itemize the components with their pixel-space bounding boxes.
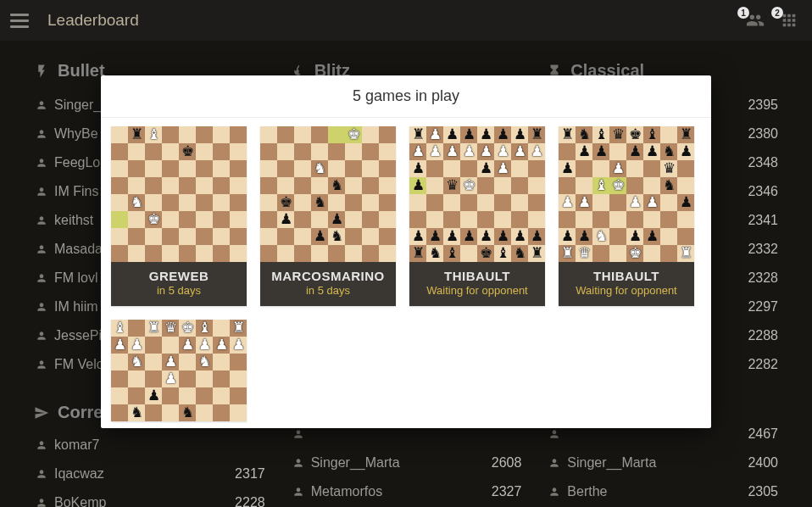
correspondence-label: Corre — [58, 403, 103, 422]
game-card-meta: MARCOSMARINOin 5 days — [260, 262, 396, 306]
modal-title: 5 games in play — [101, 75, 711, 118]
leaderboard-row[interactable]: Metamorfos2327 — [291, 477, 522, 506]
friends-icon[interactable]: 1 — [742, 10, 768, 31]
friends-badge: 1 — [737, 7, 749, 19]
player-rating: 2346 — [748, 184, 778, 199]
person-icon — [291, 457, 306, 469]
game-subtitle: in 5 days — [265, 285, 391, 298]
game-player-name: THIBAULT — [414, 269, 540, 283]
column-bullet-label: Bullet — [58, 61, 105, 81]
person-icon — [34, 359, 49, 370]
person-icon — [547, 428, 562, 440]
player-rating: 2380 — [748, 126, 778, 142]
player-name: Singer__Marta — [567, 455, 748, 471]
game-card-meta: THIBAULTWaiting for opponent — [559, 262, 694, 306]
person-icon — [34, 214, 49, 226]
person-icon — [34, 99, 49, 111]
person-icon — [34, 439, 49, 451]
game-card[interactable]: ♜♝♚♞♚GREWEBin 5 days — [111, 126, 247, 306]
challenge-badge: 2 — [771, 7, 783, 19]
game-subtitle: in 5 days — [116, 285, 242, 298]
player-rating: 2332 — [748, 242, 778, 257]
leaderboard-row[interactable]: Iqacwaz2317 — [34, 460, 265, 488]
person-icon — [291, 428, 306, 440]
person-icon — [34, 497, 49, 507]
page-title: Leaderboard — [47, 11, 139, 30]
games-in-play-modal: 5 games in play ♜♝♚♞♚GREWEBin 5 days♚♞♞♚… — [101, 75, 711, 428]
person-icon — [34, 243, 49, 255]
leaderboard-row[interactable]: komar7 — [34, 431, 265, 460]
chess-board: ♜♟♟♟♟♟♟♜♟♟♟♟♟♟♟♟♟♟♟♟♛♚♟♟♟♟♟♟♟♟♜♞♝♚♝♞♜ — [409, 126, 545, 262]
person-icon — [34, 468, 49, 480]
chess-board: ♝♜♛♚♝♜♟♟♟♟♟♟♞♟♞♟♟♞♞ — [111, 320, 247, 421]
player-name: Singer__Marta — [311, 455, 492, 471]
player-name: komar7 — [54, 437, 265, 453]
person-icon — [34, 330, 49, 342]
player-rating: 2395 — [748, 98, 778, 113]
game-player-name: MARCOSMARINO — [265, 269, 391, 283]
chess-board: ♜♝♚♞♚ — [111, 126, 247, 262]
player-rating: 2228 — [235, 495, 265, 507]
person-icon — [34, 157, 49, 169]
person-icon — [34, 301, 49, 313]
hamburger-menu-icon[interactable] — [10, 10, 31, 31]
game-card[interactable]: ♝♜♛♚♝♜♟♟♟♟♟♟♞♟♞♟♟♞♞ — [111, 320, 247, 421]
person-icon — [547, 457, 562, 469]
chess-board: ♚♞♞♚♞♟♟♟♞ — [260, 126, 396, 262]
player-rating: 2305 — [748, 484, 778, 499]
player-rating: 2288 — [748, 328, 778, 343]
player-rating: 2327 — [492, 484, 522, 499]
player-rating: 2467 — [748, 426, 778, 442]
player-rating: 2341 — [748, 213, 778, 228]
person-icon — [34, 186, 49, 198]
player-rating: 2297 — [748, 299, 778, 315]
game-subtitle: Waiting for opponent — [564, 285, 689, 298]
player-name: Metamorfos — [311, 484, 492, 499]
game-card[interactable]: ♜♞♝♛♚♝♜♟♟♟♟♞♟♟♟♛♝♚♞♟♟♟♟♟♟♟♞♟♟♜♛♚♜THIBAUL… — [559, 126, 694, 306]
leaderboard-row[interactable]: BoKemp2228 — [34, 488, 265, 507]
player-rating: 2328 — [748, 270, 778, 286]
leaderboard-row[interactable]: Singer__Marta2400 — [547, 448, 778, 477]
game-subtitle: Waiting for opponent — [414, 285, 540, 298]
person-icon — [34, 272, 49, 284]
leaderboard-row[interactable]: Berthe2305 — [547, 477, 778, 506]
game-card-meta: GREWEBin 5 days — [111, 262, 247, 306]
person-icon — [291, 486, 306, 498]
person-icon — [547, 486, 562, 498]
chess-board: ♜♞♝♛♚♝♜♟♟♟♟♞♟♟♟♛♝♚♞♟♟♟♟♟♟♟♞♟♟♜♛♚♜ — [559, 126, 694, 262]
player-name: Iqacwaz — [54, 466, 235, 482]
player-rating: 2317 — [235, 466, 265, 482]
bolt-icon — [34, 64, 49, 79]
paper-plane-icon — [34, 405, 49, 421]
player-name: BoKemp — [54, 495, 235, 507]
person-icon — [34, 128, 49, 140]
player-rating: 2282 — [748, 357, 778, 372]
game-player-name: THIBAULT — [564, 269, 689, 283]
player-rating: 2400 — [748, 455, 778, 471]
player-rating: 2608 — [492, 455, 522, 471]
player-name: Berthe — [567, 484, 748, 499]
challenge-icon[interactable]: 2 — [776, 10, 802, 31]
game-card[interactable]: ♜♟♟♟♟♟♟♜♟♟♟♟♟♟♟♟♟♟♟♟♛♚♟♟♟♟♟♟♟♟♜♞♝♚♝♞♜THI… — [409, 126, 545, 306]
player-rating: 2348 — [748, 155, 778, 170]
top-bar: Leaderboard 1 2 — [0, 0, 812, 41]
leaderboard-row[interactable]: Singer__Marta2608 — [291, 448, 522, 477]
game-player-name: GREWEB — [116, 269, 242, 283]
game-card[interactable]: ♚♞♞♚♞♟♟♟♞MARCOSMARINOin 5 days — [260, 126, 396, 306]
game-card-meta: THIBAULTWaiting for opponent — [409, 262, 545, 306]
